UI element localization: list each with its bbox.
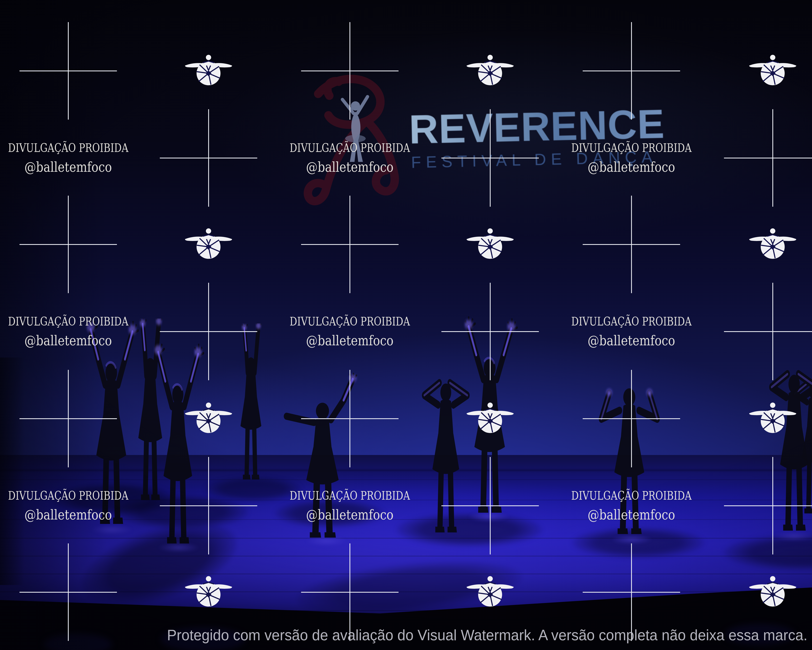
- watermarked-stage-photo: REVERENCE FESTIVAL DE DANÇA DIVULGAÇÃO P…: [0, 0, 812, 650]
- watermark-trial-notice: Protegido com versão de avaliação do Vis…: [167, 627, 807, 643]
- photo-vignette: [0, 0, 812, 650]
